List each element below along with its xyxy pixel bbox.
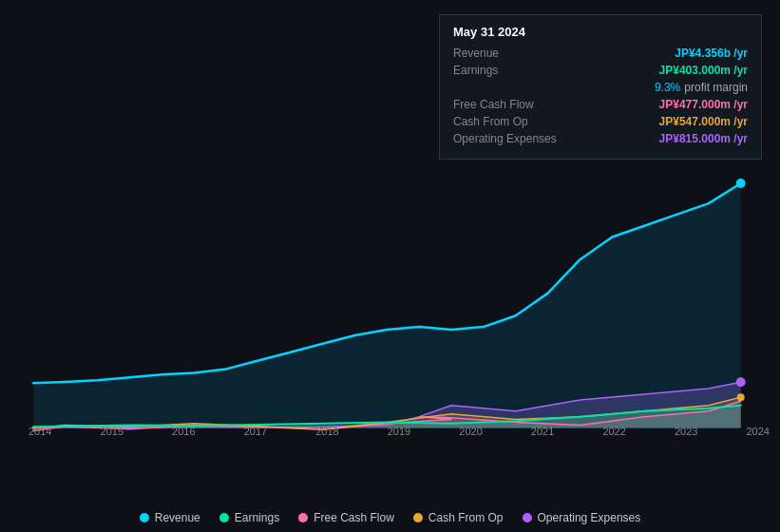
- legend-item-revenue[interactable]: Revenue: [140, 511, 200, 524]
- x-label-2021: 2021: [531, 426, 554, 437]
- x-label-2014: 2014: [29, 426, 51, 437]
- x-label-2015: 2015: [101, 426, 124, 437]
- legend-label-fcf: Free Cash Flow: [314, 511, 394, 524]
- margin-percent: 9.3%: [655, 81, 680, 94]
- margin-text: profit margin: [684, 81, 748, 94]
- legend-label-earnings: Earnings: [235, 511, 279, 524]
- tooltip-margin-row: 9.3% profit margin: [453, 81, 748, 94]
- x-label-2019: 2019: [388, 426, 410, 437]
- legend-label-cashfromop: Cash From Op: [428, 511, 504, 524]
- legend-dot-fcf: [298, 513, 308, 522]
- tooltip-value-cashfromop: JP¥547.000m /yr: [659, 115, 748, 128]
- tooltip-row-earnings: Earnings JP¥403.000m /yr: [453, 64, 748, 77]
- legend-item-opex[interactable]: Operating Expenses: [523, 511, 641, 524]
- tooltip-label-revenue: Revenue: [453, 47, 499, 60]
- tooltip-row-revenue: Revenue JP¥4.356b /yr: [453, 47, 748, 60]
- x-label-2018: 2018: [315, 426, 338, 437]
- tooltip-label-fcf: Free Cash Flow: [453, 98, 534, 111]
- legend-dot-earnings: [219, 513, 229, 522]
- x-axis: 2014 2015 2016 2017 2018 2019 2020 2021 …: [29, 426, 770, 437]
- tooltip-row-opex: Operating Expenses JP¥815.000m /yr: [453, 132, 748, 145]
- x-label-2023: 2023: [675, 426, 697, 437]
- tooltip-value-opex: JP¥815.000m /yr: [659, 132, 748, 145]
- tooltip-row-fcf: Free Cash Flow JP¥477.000m /yr: [453, 98, 748, 111]
- tooltip-value-fcf: JP¥477.000m /yr: [659, 98, 748, 111]
- legend-item-cashfromop[interactable]: Cash From Op: [413, 511, 504, 524]
- legend-item-fcf[interactable]: Free Cash Flow: [298, 511, 394, 524]
- tooltip-value-revenue: JP¥4.356b /yr: [675, 47, 748, 60]
- chart-legend: Revenue Earnings Free Cash Flow Cash Fro…: [0, 504, 780, 532]
- tooltip-value-earnings: JP¥403.000m /yr: [659, 64, 748, 77]
- legend-label-revenue: Revenue: [155, 511, 200, 524]
- x-label-2020: 2020: [459, 426, 482, 437]
- legend-label-opex: Operating Expenses: [538, 511, 641, 524]
- x-label-2022: 2022: [602, 426, 625, 437]
- chart-area: JP¥5b JP¥0 -JP¥500m May 31 2024 Revenue …: [0, 0, 780, 484]
- legend-dot-cashfromop: [413, 513, 423, 522]
- tooltip-box: May 31 2024 Revenue JP¥4.356b /yr Earnin…: [439, 14, 762, 160]
- tooltip-label-earnings: Earnings: [453, 64, 498, 77]
- legend-dot-opex: [523, 513, 532, 522]
- x-label-2017: 2017: [244, 426, 267, 437]
- legend-item-earnings[interactable]: Earnings: [219, 511, 279, 524]
- x-label-2016: 2016: [172, 426, 195, 437]
- tooltip-row-cashfromop: Cash From Op JP¥547.000m /yr: [453, 115, 748, 128]
- tooltip-label-cashfromop: Cash From Op: [453, 115, 528, 128]
- tooltip-label-opex: Operating Expenses: [453, 132, 557, 145]
- legend-dot-revenue: [140, 513, 149, 522]
- tooltip-date: May 31 2024: [453, 25, 748, 39]
- x-label-2024: 2024: [746, 426, 769, 437]
